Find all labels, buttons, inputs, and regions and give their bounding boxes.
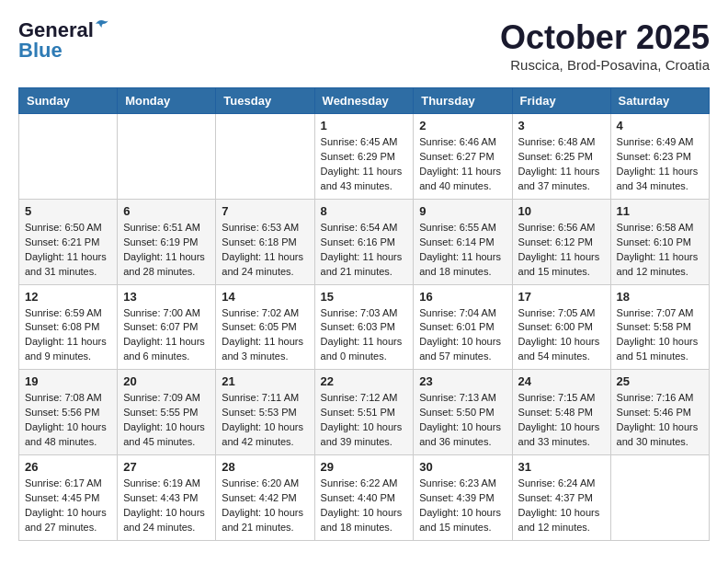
day-info: Sunrise: 7:12 AMSunset: 5:51 PMDaylight:… bbox=[321, 391, 408, 450]
day-number: 5 bbox=[25, 204, 111, 218]
calendar-cell bbox=[19, 114, 118, 200]
calendar-cell: 16Sunrise: 7:04 AMSunset: 6:01 PMDayligh… bbox=[414, 284, 512, 370]
day-number: 27 bbox=[123, 460, 210, 474]
day-number: 2 bbox=[419, 119, 506, 132]
day-info: Sunrise: 7:07 AMSunset: 5:58 PMDaylight:… bbox=[617, 306, 703, 365]
calendar-cell: 1Sunrise: 6:45 AMSunset: 6:29 PMDaylight… bbox=[314, 114, 414, 200]
day-number: 9 bbox=[419, 204, 506, 218]
day-info: Sunrise: 7:03 AMSunset: 6:03 PMDaylight:… bbox=[321, 306, 408, 365]
day-info: Sunrise: 6:59 AMSunset: 6:08 PMDaylight:… bbox=[25, 306, 111, 365]
calendar-cell: 24Sunrise: 7:15 AMSunset: 5:48 PMDayligh… bbox=[512, 370, 610, 455]
day-info: Sunrise: 7:16 AMSunset: 5:46 PMDaylight:… bbox=[617, 391, 703, 450]
day-number: 1 bbox=[321, 119, 408, 132]
day-number: 30 bbox=[419, 460, 506, 474]
day-number: 21 bbox=[222, 374, 308, 388]
day-number: 23 bbox=[419, 374, 506, 388]
week-row-3: 12Sunrise: 6:59 AMSunset: 6:08 PMDayligh… bbox=[19, 284, 710, 370]
calendar-cell: 11Sunrise: 6:58 AMSunset: 6:10 PMDayligh… bbox=[610, 199, 709, 284]
calendar-cell: 31Sunrise: 6:24 AMSunset: 4:37 PMDayligh… bbox=[512, 455, 610, 541]
calendar-cell bbox=[216, 114, 314, 200]
day-info: Sunrise: 6:54 AMSunset: 6:16 PMDaylight:… bbox=[321, 221, 408, 280]
weekday-header-tuesday: Tuesday bbox=[216, 88, 314, 114]
day-info: Sunrise: 6:55 AMSunset: 6:14 PMDaylight:… bbox=[419, 221, 506, 280]
day-info: Sunrise: 7:13 AMSunset: 5:50 PMDaylight:… bbox=[419, 391, 506, 450]
weekday-header-saturday: Saturday bbox=[610, 88, 709, 114]
day-info: Sunrise: 7:02 AMSunset: 6:05 PMDaylight:… bbox=[222, 306, 308, 365]
calendar-cell: 7Sunrise: 6:53 AMSunset: 6:18 PMDaylight… bbox=[216, 199, 314, 284]
location-title: Ruscica, Brod-Posavina, Croatia bbox=[500, 57, 710, 73]
week-row-5: 26Sunrise: 6:17 AMSunset: 4:45 PMDayligh… bbox=[19, 455, 710, 541]
day-info: Sunrise: 6:46 AMSunset: 6:27 PMDaylight:… bbox=[419, 135, 506, 194]
day-info: Sunrise: 6:45 AMSunset: 6:29 PMDaylight:… bbox=[321, 135, 408, 194]
day-info: Sunrise: 7:09 AMSunset: 5:55 PMDaylight:… bbox=[123, 391, 210, 450]
weekday-header-monday: Monday bbox=[118, 88, 216, 114]
day-number: 31 bbox=[518, 460, 605, 474]
calendar-cell: 8Sunrise: 6:54 AMSunset: 6:16 PMDaylight… bbox=[314, 199, 414, 284]
day-number: 15 bbox=[321, 290, 408, 304]
weekday-header-row: SundayMondayTuesdayWednesdayThursdayFrid… bbox=[19, 88, 710, 114]
logo: General Blue bbox=[18, 18, 94, 63]
title-block: October 2025 Ruscica, Brod-Posavina, Cro… bbox=[500, 18, 710, 73]
day-info: Sunrise: 7:05 AMSunset: 6:00 PMDaylight:… bbox=[518, 306, 605, 365]
day-info: Sunrise: 6:19 AMSunset: 4:43 PMDaylight:… bbox=[123, 477, 210, 535]
day-number: 22 bbox=[321, 374, 408, 388]
calendar-cell: 12Sunrise: 6:59 AMSunset: 6:08 PMDayligh… bbox=[19, 284, 118, 370]
calendar-cell bbox=[118, 114, 216, 200]
day-info: Sunrise: 6:24 AMSunset: 4:37 PMDaylight:… bbox=[518, 477, 605, 535]
calendar-cell: 26Sunrise: 6:17 AMSunset: 4:45 PMDayligh… bbox=[19, 455, 118, 541]
day-info: Sunrise: 6:23 AMSunset: 4:39 PMDaylight:… bbox=[419, 477, 506, 535]
day-number: 25 bbox=[617, 374, 703, 388]
week-row-1: 1Sunrise: 6:45 AMSunset: 6:29 PMDaylight… bbox=[19, 114, 710, 200]
calendar-cell: 28Sunrise: 6:20 AMSunset: 4:42 PMDayligh… bbox=[216, 455, 314, 541]
calendar-cell: 17Sunrise: 7:05 AMSunset: 6:00 PMDayligh… bbox=[512, 284, 610, 370]
day-info: Sunrise: 7:04 AMSunset: 6:01 PMDaylight:… bbox=[419, 306, 506, 365]
day-number: 16 bbox=[419, 290, 506, 304]
day-info: Sunrise: 6:22 AMSunset: 4:40 PMDaylight:… bbox=[321, 477, 408, 535]
day-number: 8 bbox=[321, 204, 408, 218]
week-row-2: 5Sunrise: 6:50 AMSunset: 6:21 PMDaylight… bbox=[19, 199, 710, 284]
day-info: Sunrise: 6:58 AMSunset: 6:10 PMDaylight:… bbox=[617, 221, 703, 280]
calendar-cell: 25Sunrise: 7:16 AMSunset: 5:46 PMDayligh… bbox=[610, 370, 709, 455]
calendar-cell: 4Sunrise: 6:49 AMSunset: 6:23 PMDaylight… bbox=[610, 114, 709, 200]
calendar-table: SundayMondayTuesdayWednesdayThursdayFrid… bbox=[18, 87, 710, 541]
calendar-cell: 22Sunrise: 7:12 AMSunset: 5:51 PMDayligh… bbox=[314, 370, 414, 455]
calendar-cell: 13Sunrise: 7:00 AMSunset: 6:07 PMDayligh… bbox=[118, 284, 216, 370]
day-info: Sunrise: 6:50 AMSunset: 6:21 PMDaylight:… bbox=[25, 221, 111, 280]
day-number: 26 bbox=[25, 460, 111, 474]
day-number: 4 bbox=[617, 119, 703, 132]
day-number: 3 bbox=[518, 119, 605, 132]
day-number: 11 bbox=[617, 204, 703, 218]
page-header: General Blue October 2025 Ruscica, Brod-… bbox=[18, 18, 710, 73]
day-number: 17 bbox=[518, 290, 605, 304]
logo-general: General bbox=[18, 18, 94, 41]
day-number: 12 bbox=[25, 290, 111, 304]
day-number: 28 bbox=[222, 460, 308, 474]
weekday-header-sunday: Sunday bbox=[19, 88, 118, 114]
day-info: Sunrise: 6:53 AMSunset: 6:18 PMDaylight:… bbox=[222, 221, 308, 280]
calendar-cell bbox=[610, 455, 709, 541]
calendar-cell: 30Sunrise: 6:23 AMSunset: 4:39 PMDayligh… bbox=[414, 455, 512, 541]
calendar-cell: 29Sunrise: 6:22 AMSunset: 4:40 PMDayligh… bbox=[314, 455, 414, 541]
calendar-cell: 19Sunrise: 7:08 AMSunset: 5:56 PMDayligh… bbox=[19, 370, 118, 455]
day-number: 6 bbox=[123, 204, 210, 218]
day-info: Sunrise: 6:20 AMSunset: 4:42 PMDaylight:… bbox=[222, 477, 308, 535]
calendar-cell: 10Sunrise: 6:56 AMSunset: 6:12 PMDayligh… bbox=[512, 199, 610, 284]
day-number: 7 bbox=[222, 204, 308, 218]
calendar-cell: 23Sunrise: 7:13 AMSunset: 5:50 PMDayligh… bbox=[414, 370, 512, 455]
day-number: 19 bbox=[25, 374, 111, 388]
day-info: Sunrise: 6:17 AMSunset: 4:45 PMDaylight:… bbox=[25, 477, 111, 535]
day-info: Sunrise: 6:49 AMSunset: 6:23 PMDaylight:… bbox=[617, 135, 703, 194]
day-info: Sunrise: 7:15 AMSunset: 5:48 PMDaylight:… bbox=[518, 391, 605, 450]
calendar-cell: 5Sunrise: 6:50 AMSunset: 6:21 PMDaylight… bbox=[19, 199, 118, 284]
calendar-cell: 15Sunrise: 7:03 AMSunset: 6:03 PMDayligh… bbox=[314, 284, 414, 370]
month-title: October 2025 bbox=[500, 18, 710, 57]
weekday-header-wednesday: Wednesday bbox=[314, 88, 414, 114]
logo-bird-icon bbox=[94, 17, 110, 33]
weekday-header-friday: Friday bbox=[512, 88, 610, 114]
day-info: Sunrise: 6:51 AMSunset: 6:19 PMDaylight:… bbox=[123, 221, 210, 280]
day-info: Sunrise: 6:56 AMSunset: 6:12 PMDaylight:… bbox=[518, 221, 605, 280]
day-info: Sunrise: 7:00 AMSunset: 6:07 PMDaylight:… bbox=[123, 306, 210, 365]
day-info: Sunrise: 7:11 AMSunset: 5:53 PMDaylight:… bbox=[222, 391, 308, 450]
calendar-cell: 6Sunrise: 6:51 AMSunset: 6:19 PMDaylight… bbox=[118, 199, 216, 284]
calendar-cell: 14Sunrise: 7:02 AMSunset: 6:05 PMDayligh… bbox=[216, 284, 314, 370]
